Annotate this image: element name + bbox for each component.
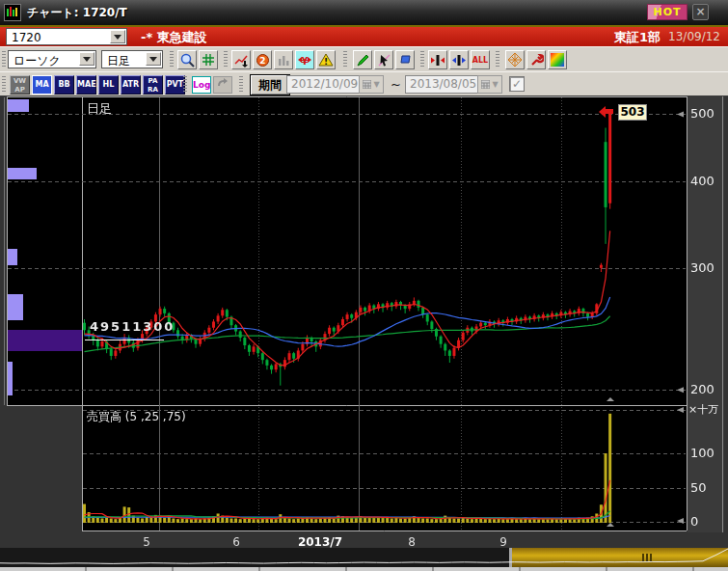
chart-type-select[interactable]: ローソク bbox=[8, 50, 96, 68]
shrink-icon bbox=[451, 54, 467, 67]
price-axis-label: 500 bbox=[690, 106, 715, 121]
symbol-code-select[interactable]: 1720 bbox=[6, 28, 127, 45]
indicator-hl-button[interactable]: HL bbox=[98, 75, 119, 95]
toolbar-grip[interactable] bbox=[2, 51, 6, 68]
range-tilde: ~ bbox=[391, 77, 401, 92]
toolbar-grip[interactable] bbox=[420, 51, 424, 68]
redo-button[interactable] bbox=[213, 76, 232, 94]
close-icon[interactable]: × bbox=[692, 4, 709, 20]
toolbar-grip[interactable] bbox=[2, 76, 6, 94]
toolbar-grip[interactable] bbox=[183, 76, 187, 94]
log-scale-button[interactable]: Log bbox=[192, 76, 211, 94]
price-chart-region[interactable] bbox=[82, 97, 687, 405]
date-to-input[interactable]: 2013/08/05 bbox=[405, 75, 478, 94]
indicator-pvt-button[interactable]: PVT bbox=[165, 75, 185, 95]
toolbar-grip[interactable] bbox=[343, 51, 347, 68]
chart-area: 日足 売買高 (5 ,25 ,75) 49511300 503 ×十万 5004… bbox=[0, 96, 728, 571]
histogram-button[interactable] bbox=[274, 50, 293, 69]
hot-button[interactable]: HOT bbox=[647, 4, 688, 20]
color-button[interactable] bbox=[548, 50, 567, 69]
chart-type-value: ローソク bbox=[13, 53, 61, 69]
draw-line-button[interactable] bbox=[353, 50, 372, 69]
chevron-down-icon[interactable] bbox=[110, 30, 125, 43]
zoom-button[interactable] bbox=[177, 50, 197, 69]
period-checkbox[interactable]: ✓ bbox=[509, 76, 525, 92]
grid-button[interactable] bbox=[199, 50, 218, 69]
compare-button[interactable]: 2 bbox=[253, 50, 272, 69]
indicator-mae-button[interactable]: MAE bbox=[76, 75, 96, 95]
grid-icon bbox=[202, 53, 215, 67]
wrench-icon bbox=[529, 53, 544, 68]
rainbow-icon bbox=[551, 53, 564, 67]
date-to-calendar-button[interactable]: ▼ bbox=[477, 75, 502, 94]
window-title: チャート: 1720/T bbox=[27, 5, 127, 21]
expand-bars-button[interactable] bbox=[428, 50, 447, 69]
timeframe-value: 日足 bbox=[107, 53, 130, 69]
time-axis-label: 5 bbox=[118, 535, 175, 549]
indicator-vwap-button[interactable]: VWAP bbox=[10, 75, 30, 95]
date-from-calendar-button[interactable]: ▼ bbox=[359, 75, 384, 94]
indicator-para-button[interactable]: PARA bbox=[143, 75, 163, 95]
price-compare-button[interactable]: ¥ bbox=[295, 50, 314, 69]
svg-text:!: ! bbox=[324, 57, 328, 67]
time-axis-label: 9 bbox=[474, 535, 532, 549]
volume-axis-label: 50 bbox=[690, 480, 707, 495]
indicator-toolbar: VWAPMABBMAEHLATRPARAPVT Log 期間 2012/10/0… bbox=[0, 71, 728, 96]
shrink-bars-button[interactable] bbox=[449, 50, 469, 69]
bars-icon bbox=[277, 53, 290, 67]
svg-text:¥: ¥ bbox=[302, 56, 309, 67]
magnifier-icon bbox=[180, 53, 195, 68]
app-icon bbox=[4, 4, 21, 21]
market-label: 東証1部 bbox=[614, 29, 661, 46]
navigator[interactable] bbox=[0, 548, 512, 567]
settings-button[interactable] bbox=[526, 50, 546, 69]
chart-arrow-icon bbox=[234, 53, 249, 68]
volume-profile-bar bbox=[8, 249, 17, 265]
erase-button[interactable] bbox=[395, 50, 415, 69]
timeframe-select[interactable]: 日足 bbox=[101, 50, 163, 68]
title-bar: チャート: 1720/T HOT × bbox=[0, 0, 728, 25]
mesh-icon bbox=[508, 53, 522, 67]
indicator-add-button[interactable] bbox=[231, 50, 251, 69]
cursor-icon bbox=[377, 53, 391, 68]
symbol-name: -* 東急建設 bbox=[141, 29, 207, 46]
alert-button[interactable]: ! bbox=[316, 50, 336, 69]
indicator-bb-button[interactable]: BB bbox=[54, 75, 74, 95]
toolbar-grip[interactable] bbox=[496, 51, 499, 68]
redo-arrow-icon bbox=[216, 77, 229, 88]
period-button[interactable]: 期間 bbox=[250, 74, 290, 95]
volume-profile-bar bbox=[8, 99, 29, 112]
price-axis-label: 400 bbox=[690, 174, 715, 188]
volume-chart-region[interactable] bbox=[82, 406, 687, 530]
select-button[interactable] bbox=[374, 50, 393, 69]
pencil-icon bbox=[356, 53, 370, 68]
all-label: ALL bbox=[472, 56, 488, 65]
main-toolbar: ローソク 日足 2 ¥ ! bbox=[0, 46, 728, 71]
volume-profile-bar bbox=[8, 294, 23, 320]
time-axis-label: 8 bbox=[383, 535, 441, 549]
price-axis-label: 300 bbox=[690, 260, 715, 275]
symbol-code: 1720 bbox=[12, 31, 41, 44]
toolbar-grip[interactable] bbox=[224, 51, 228, 68]
yen-icon: ¥ bbox=[297, 54, 312, 67]
quote-date: 13/09/12 bbox=[668, 30, 720, 43]
warning-icon: ! bbox=[318, 53, 334, 67]
date-from-input[interactable]: 2012/10/09 bbox=[286, 75, 360, 94]
chevron-down-icon[interactable] bbox=[146, 52, 161, 66]
toolbar-grip[interactable] bbox=[239, 76, 243, 94]
symbol-bar: 1720 -* 東急建設 東証1部 13/09/12 bbox=[0, 27, 728, 46]
show-all-button[interactable]: ALL bbox=[471, 50, 490, 69]
chevron-down-icon[interactable] bbox=[79, 52, 94, 66]
number2-icon: 2 bbox=[256, 53, 270, 68]
indicator-atr-button[interactable]: ATR bbox=[121, 75, 141, 95]
indicator-ma-button[interactable]: MA bbox=[32, 75, 52, 95]
price-axis-label: 200 bbox=[690, 382, 715, 396]
time-axis-label: 2013/7 bbox=[291, 535, 349, 549]
navigator-selection[interactable] bbox=[512, 548, 728, 567]
mesh-button[interactable] bbox=[505, 50, 525, 69]
calendar-icon bbox=[481, 80, 490, 89]
toolbar-grip[interactable] bbox=[170, 51, 174, 68]
volume-axis-label: 0 bbox=[690, 514, 698, 529]
volume-profile-bar bbox=[8, 330, 82, 351]
calendar-icon bbox=[363, 80, 371, 89]
